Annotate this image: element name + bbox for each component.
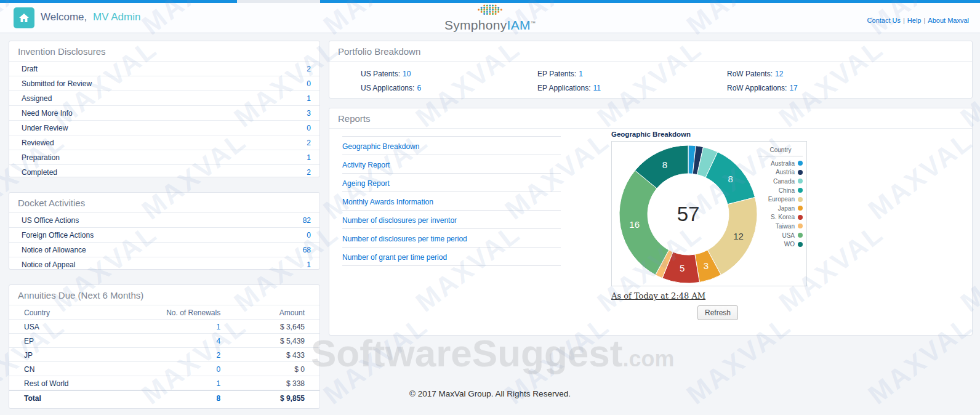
- asof-timestamp-link[interactable]: As of Today at 2:48 AM: [611, 291, 705, 300]
- row-value-link[interactable]: 82: [303, 216, 311, 225]
- row-label: Need More Info: [22, 109, 73, 118]
- panel-title: Invention Disclosures: [9, 41, 319, 62]
- portfolio-label: RoW Patents:: [727, 70, 773, 78]
- report-link[interactable]: Number of disclosures per time period: [342, 235, 467, 243]
- legend-label: Canada: [773, 178, 795, 185]
- row-value-link[interactable]: 2: [307, 65, 311, 73]
- nav-help[interactable]: Help: [907, 17, 922, 24]
- legend-color-dot: [798, 170, 803, 175]
- col-header-country: Country: [24, 308, 150, 317]
- slice-value-label: 3: [704, 260, 709, 271]
- copyright-footer: © 2017 MaxVal Group. All Rights Reserved…: [0, 389, 980, 398]
- portfolio-value-link[interactable]: 1: [579, 70, 583, 78]
- donut-chart[interactable]: 8123516857: [612, 142, 765, 286]
- table-row: JP2$ 433: [9, 348, 319, 362]
- report-link-row: Number of disclosures per time period: [342, 228, 561, 247]
- maxval-watermark-tile: MAXVAL: [955, 403, 980, 415]
- table-row: USA1$ 3,645: [9, 320, 319, 334]
- row-value-link[interactable]: 1: [307, 153, 311, 162]
- portfolio-value-link[interactable]: 12: [775, 70, 783, 78]
- report-link-row: Geographic Breakdown: [342, 136, 561, 155]
- report-link-row: Monthly Awards Information: [342, 191, 561, 210]
- row-label: Notice of Appeal: [22, 260, 75, 269]
- refresh-button[interactable]: Refresh: [697, 305, 738, 320]
- nav-separator: |: [923, 17, 925, 24]
- report-link[interactable]: Ageing Report: [342, 179, 390, 188]
- list-item: Need More Info3: [9, 106, 319, 121]
- panel-title: Portfolio Breakdown: [329, 41, 972, 62]
- legend-label: Austria: [776, 169, 795, 175]
- row-label: Completed: [22, 168, 57, 177]
- nav-separator: |: [903, 17, 905, 24]
- report-link[interactable]: Number of disclosures per inventor: [342, 216, 457, 225]
- chart-box: 8123516857 Country AustraliaAustriaCanad…: [611, 141, 807, 286]
- legend-item: WO: [758, 240, 803, 249]
- panel-title: Docket Activities: [9, 193, 319, 213]
- row-value-link[interactable]: 0: [307, 231, 311, 240]
- row-value-link[interactable]: 3: [307, 109, 311, 118]
- cell-amount: $ 5,439: [220, 337, 305, 345]
- welcome-text: Welcome, MV Admin: [41, 11, 140, 23]
- legend-color-dot: [798, 161, 803, 166]
- docket-activities-panel: Docket Activities US Office Actions82For…: [9, 192, 320, 270]
- maxval-watermark-tile: MAXVAL: [592, 403, 708, 415]
- dashboard-page: Welcome, MV Admin SymphonyIAM™ Contact U…: [0, 0, 980, 415]
- legend-label: China: [779, 187, 795, 194]
- cell-renewals-link[interactable]: 0: [150, 365, 220, 374]
- portfolio-value-link[interactable]: 11: [593, 84, 601, 92]
- portfolio-value-link[interactable]: 17: [789, 84, 797, 92]
- row-value-link[interactable]: 68: [303, 246, 311, 254]
- legend-item: S. Korea: [758, 213, 803, 222]
- legend-color-dot: [798, 224, 803, 228]
- legend-color-dot: [798, 206, 803, 211]
- portfolio-value-link[interactable]: 6: [417, 84, 421, 92]
- report-link-row: Ageing Report: [342, 173, 561, 191]
- cell-renewals-link[interactable]: 2: [150, 351, 220, 360]
- report-link[interactable]: Number of grant per time period: [342, 253, 447, 262]
- home-button[interactable]: [14, 7, 34, 28]
- welcome-prefix: Welcome,: [41, 11, 87, 23]
- row-value-link[interactable]: 1: [307, 260, 311, 269]
- slice-value-label: 5: [680, 263, 685, 273]
- cell-renewals-link[interactable]: 4: [150, 337, 220, 345]
- legend-color-dot: [798, 197, 803, 202]
- row-value-link[interactable]: 2: [307, 139, 311, 147]
- legend-item: Canada: [758, 177, 803, 186]
- portfolio-item: EP Patents:1: [537, 70, 727, 78]
- report-link[interactable]: Monthly Awards Information: [342, 198, 433, 206]
- list-item: Assigned1: [9, 91, 319, 106]
- row-value-link[interactable]: 0: [307, 79, 311, 88]
- donut-slice-usa[interactable]: [619, 171, 669, 275]
- report-link[interactable]: Activity Report: [342, 161, 390, 169]
- row-value-link[interactable]: 0: [307, 124, 311, 132]
- donut-center-total: 57: [677, 203, 700, 225]
- list-item: Reviewed2: [9, 135, 319, 150]
- report-links-list: Geographic BreakdownActivity ReportAgein…: [342, 136, 561, 266]
- docket-activities-list: US Office Actions82Foreign Office Action…: [9, 213, 319, 272]
- portfolio-value-link[interactable]: 10: [403, 70, 411, 78]
- list-item: Preparation1: [9, 150, 319, 165]
- table-row: Rest of World1$ 338: [9, 376, 319, 390]
- legend-label: European: [768, 196, 795, 203]
- report-link[interactable]: Geographic Breakdown: [342, 142, 419, 151]
- invention-disclosures-panel: Invention Disclosures Draft2Submitted fo…: [9, 41, 320, 177]
- cell-renewals-link[interactable]: 1: [150, 379, 220, 388]
- maxval-watermark-tile: MAXVAL: [773, 403, 890, 415]
- cell-renewals-link[interactable]: 1: [150, 323, 220, 331]
- portfolio-grid: US Patents:10EP Patents:1RoW Patents:12U…: [329, 62, 972, 92]
- watermark-main-text: SoftwareSuggest: [311, 332, 622, 374]
- logo-part1: Symphony: [444, 18, 507, 32]
- cell-country: Rest of World: [24, 379, 150, 388]
- row-label: Submitted for Review: [22, 79, 92, 88]
- chart-title: Geographic Breakdown: [611, 131, 808, 138]
- header-nav: Contact Us|Help|About Maxval: [867, 17, 969, 24]
- legend-label: WO: [784, 241, 795, 248]
- username-link[interactable]: MV Admin: [93, 11, 140, 23]
- row-value-link[interactable]: 2: [307, 168, 311, 177]
- nav-about-maxval[interactable]: About Maxval: [928, 17, 969, 24]
- row-label: Notice of Allowance: [22, 246, 86, 254]
- nav-contact-us[interactable]: Contact Us: [867, 17, 901, 24]
- invention-disclosures-list: Draft2Submitted for Review0Assigned1Need…: [9, 62, 319, 179]
- row-value-link[interactable]: 1: [307, 94, 311, 103]
- legend-color-dot: [798, 188, 803, 193]
